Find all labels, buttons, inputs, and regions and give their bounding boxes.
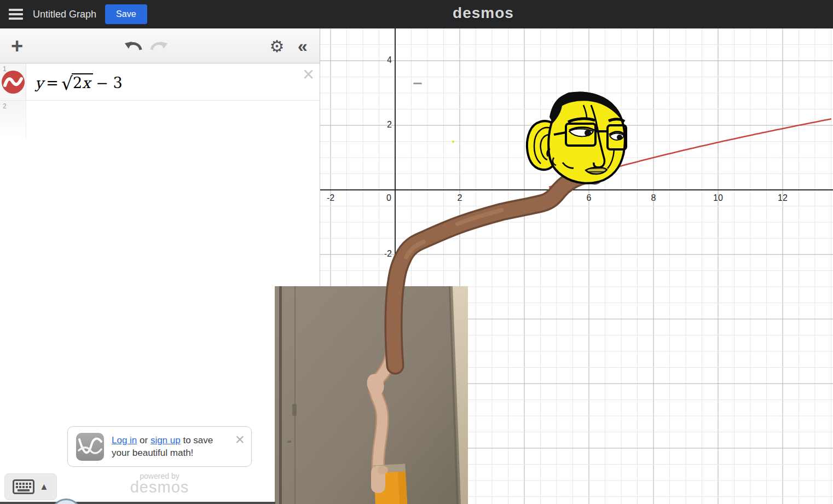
graph-title[interactable]: Untitled Graph [33, 9, 96, 20]
expression-row-1[interactable]: 1 y=√2x− 3 × [0, 63, 320, 101]
gear-icon: ⚙ [270, 37, 285, 56]
axis-tick-label: -2 [377, 249, 392, 259]
axis-tick-label: 6 [583, 193, 594, 203]
meme-artifact-dot [452, 141, 454, 143]
top-bar: Untitled Graph Save desmos [0, 0, 833, 28]
radicand-variable: x [82, 74, 90, 91]
curve-color-swatch-icon[interactable] [2, 71, 25, 94]
keyboard-toggle-button[interactable]: ▲ [4, 473, 57, 500]
radical-icon: √ [61, 73, 72, 94]
login-popup-text: Log in or sign up to save your beautiful… [112, 434, 213, 459]
expression-row-2[interactable]: 2 [0, 101, 320, 139]
tray-up-icon: ▲ [39, 482, 49, 493]
redo-button[interactable] [147, 28, 171, 63]
undo-icon [124, 38, 143, 54]
axis-tick-label: 4 [377, 55, 392, 65]
equation-input[interactable]: y=√2x− 3 [35, 73, 125, 94]
equation-equals: = [43, 74, 61, 91]
collapse-panel-button[interactable]: « [290, 28, 315, 63]
desmos-logo: desmos [445, 4, 522, 22]
expression-index: 2 [3, 102, 7, 110]
axis-tick-label: 0 [386, 193, 391, 203]
collapse-chevrons-icon: « [298, 36, 308, 56]
meme-photo-art [275, 286, 468, 504]
expression-gutter: 2 [0, 101, 26, 139]
expression-gutter: 1 [0, 63, 26, 100]
powered-by: powered by desmos [67, 472, 252, 496]
powered-by-desmos-logo: desmos [67, 478, 252, 496]
login-popup: Log in or sign up to save your beautiful… [67, 426, 252, 467]
add-expression-button[interactable]: + [4, 28, 30, 63]
desmos-app: -20268101242-2 [0, 0, 833, 504]
axis-tick-label: 2 [454, 193, 465, 203]
axis-tick-label: 2 [377, 120, 392, 130]
meme-photo [275, 286, 468, 504]
axis-tick-label: 10 [713, 193, 724, 203]
signup-link[interactable]: sign up [151, 435, 181, 445]
popup-close-button[interactable]: × [235, 430, 245, 449]
panel-toolbar: + ⚙ « [0, 28, 320, 63]
meme-artifact-dash [413, 83, 422, 84]
radicand-coeff: 2 [73, 74, 82, 91]
redo-icon [149, 38, 169, 54]
login-popup-line2: your beautiful math! [112, 448, 193, 458]
desmos-badge-icon [76, 433, 104, 461]
delete-expression-button[interactable]: × [303, 65, 314, 84]
curve-wave-icon [2, 71, 25, 94]
login-link[interactable]: Log in [112, 435, 137, 445]
axis-tick-label: -2 [325, 193, 336, 203]
equation-lhs: y [35, 74, 43, 91]
equation-tail: − 3 [93, 74, 125, 91]
hamburger-menu-icon[interactable] [9, 9, 23, 20]
save-button[interactable]: Save [105, 4, 147, 24]
keyboard-icon [13, 479, 34, 494]
axis-tick-label: 8 [648, 193, 659, 203]
axis-tick-label: 12 [777, 193, 788, 203]
graph-settings-button[interactable]: ⚙ [265, 28, 289, 63]
bottom-edge-line [0, 502, 275, 504]
undo-button[interactable] [122, 28, 146, 63]
